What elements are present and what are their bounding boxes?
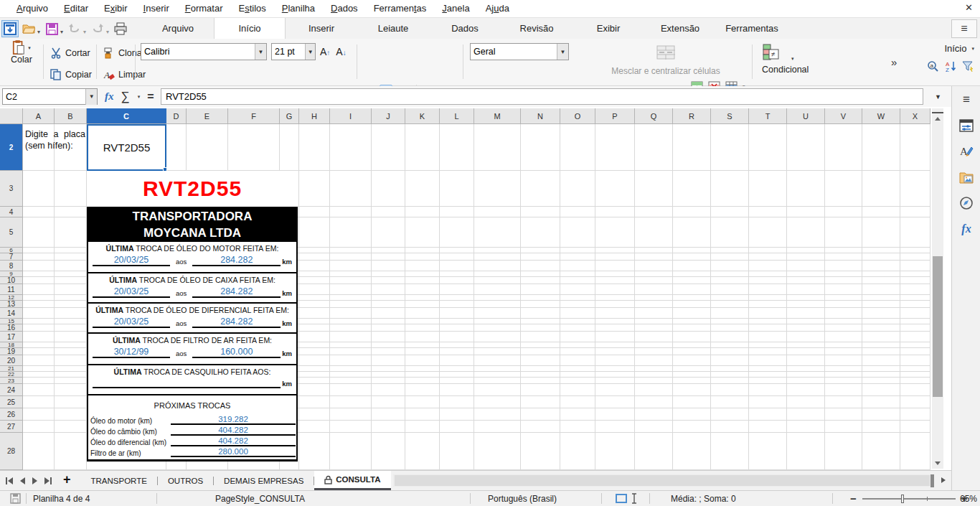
- row-header-24[interactable]: 24: [0, 384, 22, 396]
- sheet-tab-transporte[interactable]: TRANSPORTE: [81, 471, 157, 490]
- zoom-thumb[interactable]: [901, 495, 904, 503]
- row-header-20[interactable]: 20: [0, 355, 22, 366]
- conditional-label[interactable]: Condicional: [762, 65, 848, 75]
- name-box[interactable]: ▼: [2, 88, 98, 105]
- cell-reference-input[interactable]: [3, 92, 85, 102]
- add-sheet-icon[interactable]: +: [57, 472, 81, 489]
- horizontal-scroll-thumb[interactable]: [395, 475, 930, 486]
- cell-a2[interactable]: Digite a placa (sem hífen):: [25, 128, 85, 151]
- row-header-2[interactable]: 2: [0, 124, 22, 171]
- find-replace-icon[interactable]: a: [927, 60, 939, 72]
- column-header-k[interactable]: K: [405, 108, 440, 123]
- column-header-f[interactable]: F: [228, 108, 280, 123]
- merge-cells-icon[interactable]: [656, 44, 676, 60]
- first-sheet-icon[interactable]: [6, 477, 13, 484]
- scroll-right-icon[interactable]: [941, 477, 946, 483]
- ribbon-tab-arquivo[interactable]: Arquivo: [142, 18, 214, 39]
- column-header-c[interactable]: C: [87, 108, 166, 123]
- zoom-slider[interactable]: − +: [850, 491, 968, 506]
- properties-panel-icon[interactable]: [952, 115, 980, 136]
- start-center-icon[interactable]: [1, 20, 19, 37]
- row-header-11[interactable]: 11: [0, 284, 22, 295]
- context-label[interactable]: Início: [944, 43, 966, 54]
- row-header-6[interactable]: 6: [0, 248, 22, 253]
- menubar-toggle-icon[interactable]: ≡: [951, 19, 977, 38]
- close-icon[interactable]: ✕: [965, 2, 973, 13]
- column-header-g[interactable]: G: [280, 108, 299, 123]
- ribbon-tab-dados[interactable]: Dados: [429, 18, 501, 39]
- column-header-u[interactable]: U: [787, 108, 825, 123]
- conditional-dropdown-icon[interactable]: ▾: [791, 56, 794, 62]
- row-header-13[interactable]: 13: [0, 301, 22, 308]
- sum-dropdown-icon[interactable]: ▾: [138, 94, 141, 100]
- toolbar-overflow-button[interactable]: »: [891, 56, 897, 68]
- column-header-l[interactable]: L: [440, 108, 474, 123]
- column-header-r[interactable]: R: [673, 108, 711, 123]
- number-format-dropdown-icon[interactable]: ▼: [557, 44, 568, 60]
- ribbon-tab-exibir[interactable]: Exibir: [573, 18, 644, 39]
- ribbon-tab-ferramentas[interactable]: Ferramentas: [716, 18, 788, 39]
- context-dropdown-icon[interactable]: ▾: [971, 46, 974, 52]
- page-style-label[interactable]: PageStyle_CONSULTA: [215, 491, 305, 506]
- row-header-18[interactable]: 18: [0, 342, 22, 348]
- column-header-a[interactable]: A: [23, 108, 55, 123]
- font-name-combobox[interactable]: ▼: [141, 43, 267, 60]
- column-header-v[interactable]: V: [825, 108, 862, 123]
- row-header-27[interactable]: 27: [0, 421, 22, 433]
- selection-stats-label[interactable]: Média: ; Soma: 0: [671, 491, 736, 506]
- previous-sheet-icon[interactable]: [20, 477, 25, 484]
- column-header-t[interactable]: T: [749, 108, 787, 123]
- column-header-s[interactable]: S: [711, 108, 749, 123]
- menu-estilos[interactable]: Estilos: [230, 0, 273, 17]
- column-header-e[interactable]: E: [187, 108, 228, 123]
- sheet-tab-demais-empresas[interactable]: DEMAIS EMPRESAS: [214, 471, 314, 490]
- row-header-19[interactable]: 19: [0, 348, 22, 355]
- select-all-corner[interactable]: [0, 108, 23, 124]
- sheet-tab-outros[interactable]: OUTROS: [158, 471, 213, 490]
- vertical-scrollbar[interactable]: [932, 108, 943, 469]
- save-dropdown-icon[interactable]: ▾: [60, 29, 63, 35]
- row-header-3[interactable]: 3: [0, 171, 22, 207]
- number-format-input[interactable]: [471, 47, 557, 57]
- row-header-5[interactable]: 5: [0, 217, 22, 248]
- sum-icon[interactable]: ∑: [121, 90, 130, 104]
- column-header-w[interactable]: W: [862, 108, 900, 123]
- menu-exibir[interactable]: Exibir: [96, 0, 136, 17]
- row-header-14[interactable]: 14: [0, 308, 22, 319]
- column-header-d[interactable]: D: [166, 108, 187, 123]
- horizontal-scrollbar[interactable]: [393, 474, 931, 487]
- save-icon[interactable]: [43, 20, 60, 37]
- ribbon-tab-revisão[interactable]: Revisão: [501, 18, 573, 39]
- language-label[interactable]: Português (Brasil): [488, 491, 557, 506]
- row-header-10[interactable]: 10: [0, 277, 22, 284]
- row-header-15[interactable]: 15: [0, 319, 22, 324]
- row-header-25[interactable]: 25: [0, 396, 22, 408]
- menu-planilha[interactable]: Planilha: [274, 0, 323, 17]
- sort-icon[interactable]: AZ: [944, 60, 956, 72]
- selected-cell-c2[interactable]: RVT2D55: [87, 124, 166, 171]
- row-header-8[interactable]: 8: [0, 261, 22, 271]
- menu-dados[interactable]: Dados: [323, 0, 366, 17]
- font-size-input[interactable]: [272, 47, 305, 57]
- menu-inserir[interactable]: Inserir: [136, 0, 177, 17]
- row-header-23[interactable]: 23: [0, 378, 22, 384]
- row-header-28[interactable]: 28: [0, 433, 22, 470]
- expand-formula-bar-icon[interactable]: ▼: [935, 93, 941, 100]
- gallery-panel-icon[interactable]: [952, 167, 980, 188]
- font-name-input[interactable]: [141, 47, 255, 57]
- sheet-position-label[interactable]: Planilha 4 de 4: [33, 491, 90, 506]
- navigator-panel-icon[interactable]: [952, 192, 980, 214]
- menu-ajuda[interactable]: Ajuda: [478, 0, 517, 17]
- paste-dropdown-icon[interactable]: ▾: [28, 45, 31, 51]
- column-header-j[interactable]: J: [372, 108, 405, 123]
- column-header-q[interactable]: Q: [635, 108, 673, 123]
- row-header-21[interactable]: 21: [0, 366, 22, 372]
- row-header-7[interactable]: 7: [0, 253, 22, 261]
- open-file-icon[interactable]: [20, 20, 37, 37]
- column-header-n[interactable]: N: [521, 108, 560, 123]
- undo-dropdown-icon[interactable]: ▾: [83, 29, 86, 35]
- menu-formatar[interactable]: Formatar: [177, 0, 231, 17]
- print-icon[interactable]: [112, 20, 129, 37]
- row-header-26[interactable]: 26: [0, 408, 22, 421]
- formula-input[interactable]: [161, 89, 923, 104]
